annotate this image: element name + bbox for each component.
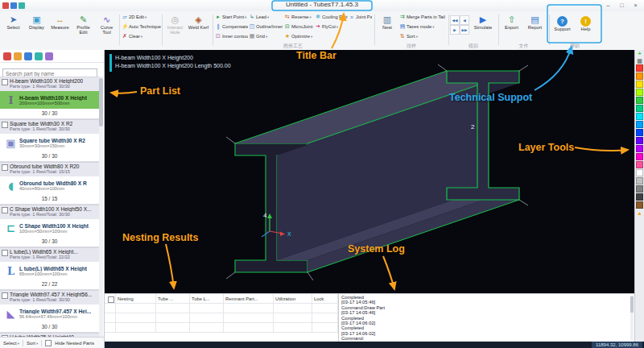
interact-hole-button[interactable]: ◎Interact Hole	[163, 12, 187, 43]
layer-color-swatch[interactable]	[636, 193, 643, 201]
part-list-item-header[interactable]: Triangle Width97.457 X Height56...Parts …	[0, 290, 99, 304]
layer-color-swatch[interactable]	[636, 137, 643, 144]
help-button[interactable]: !Help	[574, 12, 597, 43]
part-count: 30 / 30	[0, 237, 99, 247]
viewport-3d[interactable]: 2 4 X H-beam Width100 X Height200 H-beam…	[105, 50, 634, 293]
nesting-table-row[interactable]	[105, 323, 338, 333]
clear-button[interactable]: ✗Clear	[121, 31, 161, 41]
part-list-item-header[interactable]: H-beam Width100 X Height200Parts type: 1…	[0, 77, 99, 91]
log-scrollbar[interactable]	[630, 296, 634, 340]
part-toolbar-icon[interactable]	[35, 52, 43, 60]
sort-button[interactable]: ⇅Sort	[398, 31, 445, 41]
sort-dropdown[interactable]: Sort	[27, 341, 38, 346]
nesting-table-row[interactable]	[105, 304, 338, 313]
minimize-button[interactable]: –	[601, 0, 615, 10]
curve-tool-button[interactable]: ∿Curve Tool	[95, 12, 118, 43]
start-point-icon: ▸	[215, 14, 221, 20]
nesting-select-all-checkbox[interactable]	[105, 294, 116, 304]
layer-color-swatch[interactable]	[636, 97, 643, 104]
nest-button[interactable]: ▥Nest	[376, 12, 398, 43]
layer-color-swatch[interactable]	[636, 161, 643, 168]
part-list-item-header[interactable]: Square tube Width30 X R2Parts type: 1 Re…	[0, 119, 99, 134]
layer-color-swatch[interactable]	[636, 64, 643, 72]
part-toolbar-icon[interactable]	[45, 52, 53, 60]
layer-color-swatch[interactable]	[636, 129, 643, 136]
playback-icon[interactable]: ▶▶	[460, 25, 469, 35]
select-button[interactable]: ➤Select	[2, 12, 25, 43]
part-thumbnail-icon: L	[5, 265, 17, 277]
close-button[interactable]: ×	[629, 0, 642, 10]
grid-button[interactable]: ▦Grid	[248, 31, 283, 41]
nesting-column-header: Lock	[312, 294, 338, 304]
layer-color-swatch[interactable]	[636, 169, 643, 176]
select-dropdown[interactable]: Select	[3, 341, 19, 346]
measure-button[interactable]: ↔Measure	[48, 12, 72, 43]
layer-color-swatch[interactable]	[636, 89, 643, 96]
layer-color-swatch[interactable]	[636, 121, 643, 128]
part-list-item-header[interactable]: Obround tube Width80 X R20Parts type: 1 …	[0, 162, 99, 176]
report-button[interactable]: ▤Report	[523, 12, 547, 43]
playback-icon[interactable]: ◀◀	[450, 15, 460, 25]
simulate-button[interactable]: ▶Simulate	[471, 12, 495, 43]
layer-color-swatch[interactable]	[636, 185, 643, 193]
joint-path-button[interactable]: »Joint Path	[348, 12, 372, 22]
hide-nested-checkbox[interactable]	[45, 340, 52, 346]
part-list-item-detail[interactable]: ◣Triangle Width97.457 X Hei...56.64mm×97…	[0, 304, 99, 322]
palette-up-icon[interactable]: ▲	[636, 209, 644, 217]
layer-color-swatch[interactable]	[636, 113, 643, 120]
part-checkbox[interactable]	[2, 292, 8, 299]
layer-color-swatch[interactable]	[636, 201, 643, 209]
flycut-button[interactable]: ➔FlyCut	[314, 22, 348, 31]
playback-icon[interactable]: ▶	[450, 25, 460, 35]
part-checkbox[interactable]	[2, 207, 8, 213]
optimize-button[interactable]: ★Optimize	[283, 31, 314, 41]
cooling-point-button[interactable]: ❄Cooling Point	[314, 12, 348, 22]
part-toolbar-icon[interactable]	[3, 52, 11, 60]
joint-path-icon: »	[349, 14, 355, 20]
part-checkbox[interactable]	[2, 79, 8, 85]
lead-button[interactable]: ↳Lead	[248, 12, 283, 22]
layer-color-swatch[interactable]	[636, 145, 643, 152]
part-list-item-detail[interactable]: ⊏C Shape Width100 X Height100mm×50mm×100…	[0, 219, 99, 237]
outline-inner-button[interactable]: ◫Outline/Inner	[248, 22, 283, 31]
maximize-button[interactable]: □	[615, 0, 629, 10]
playback-icon[interactable]: ◀	[460, 15, 469, 25]
layer-color-swatch[interactable]	[636, 72, 643, 80]
undo-quick-icon[interactable]	[19, 2, 25, 9]
save-quick-icon[interactable]	[10, 2, 17, 9]
compensate-button[interactable]: ∥Compensate	[214, 22, 248, 31]
layer-color-swatch[interactable]	[636, 177, 643, 184]
part-list-item-header[interactable]: L tube(L) Width65 X Height...Parts type:…	[0, 247, 99, 262]
start-point-button[interactable]: ▸Start Point	[214, 12, 248, 22]
part-toolbar-icon[interactable]	[14, 52, 22, 60]
profile-edit-button[interactable]: ✎Profile Edit	[72, 12, 95, 43]
taxes-mode-button[interactable]: ▤Taxes mode	[398, 22, 445, 31]
microjoint-button[interactable]: ⊟MicroJoint	[283, 22, 314, 31]
weld-kerf-icon: ◈	[187, 14, 210, 25]
layer-grid-icon[interactable]: ▦	[636, 57, 644, 64]
part-checkbox[interactable]	[2, 250, 8, 256]
merge-parts-button[interactable]: ⇉Merge Parts in Tail	[398, 12, 445, 22]
part-list-item-header[interactable]: C Shape Width100 X Height50 X...Parts ty…	[0, 205, 99, 219]
part-toolbar-icon[interactable]	[24, 52, 32, 60]
part-list-item-detail[interactable]: ◖Obround tube Width80 X R40mm×80mm×100mm	[0, 176, 99, 194]
layer-color-swatch[interactable]	[636, 153, 643, 160]
part-list-item-detail[interactable]: IH-beam Width100 X Height200mm×100mm×500…	[0, 91, 99, 109]
part-list-item-detail[interactable]: LL tube(L) Width65 X Height65mm×100mm×10…	[0, 262, 99, 280]
part-list-item-detail[interactable]: ▣Square tube Width30 X R230mm×30mm×150mm	[0, 134, 99, 151]
2d-edit-button[interactable]: ▱2D Edit	[121, 12, 161, 22]
reverse-button[interactable]: ⇆Reverse	[283, 12, 314, 22]
part-list-scrollbar[interactable]	[99, 77, 103, 337]
part-checkbox[interactable]	[2, 164, 8, 171]
part-checkbox[interactable]	[2, 122, 8, 128]
weld-kerf-button[interactable]: ◈Weld Kerf	[187, 12, 210, 43]
layer-color-swatch[interactable]	[636, 81, 643, 88]
export-button[interactable]: ⇧Export	[500, 12, 523, 43]
layer-color-swatch[interactable]	[636, 105, 643, 112]
add-layer-icon[interactable]: +	[636, 50, 644, 57]
inner-contour-button[interactable]: ⊡Inner contour	[214, 31, 248, 41]
nesting-table-row[interactable]	[105, 313, 338, 323]
support-button[interactable]: ?Support	[551, 12, 574, 43]
auto-technique-button[interactable]: ⚡Auto Technique	[121, 22, 161, 31]
display-button[interactable]: ▣Display	[25, 12, 48, 43]
